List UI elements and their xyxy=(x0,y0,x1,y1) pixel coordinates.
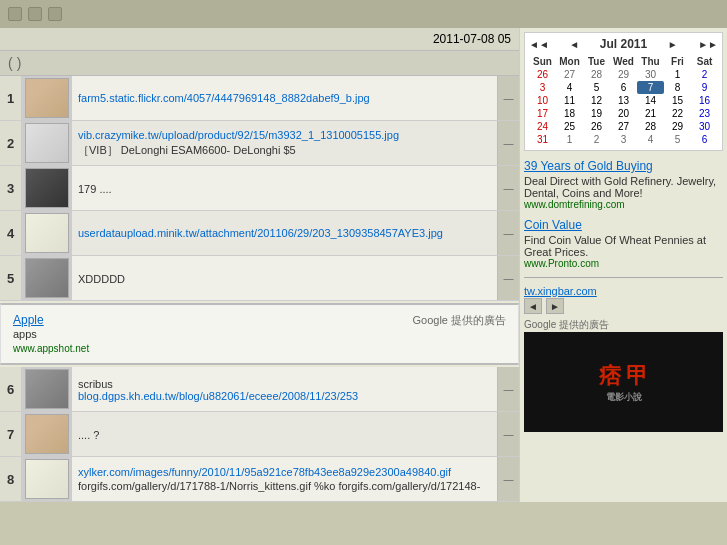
cal-header-mon: Mon xyxy=(556,55,583,68)
right-link-anchor[interactable]: tw.xingbar.com xyxy=(524,285,597,297)
item-desc: 179 .... xyxy=(78,183,491,195)
list-item: 2 vib.crazymike.tw/upload/product/92/15/… xyxy=(0,121,519,166)
cal-day[interactable]: 6 xyxy=(691,133,718,146)
cal-day[interactable]: 5 xyxy=(664,133,691,146)
thumb-image xyxy=(25,168,69,208)
cal-day[interactable]: 2 xyxy=(691,68,718,81)
cal-day[interactable]: 17 xyxy=(529,107,556,120)
item-url[interactable]: userdataupload.minik.tw/attachment/20110… xyxy=(78,227,491,239)
cal-day[interactable]: 25 xyxy=(556,120,583,133)
right-ad-2-desc: Find Coin Value Of Wheat Pennies at Grea… xyxy=(524,234,723,258)
cal-day[interactable]: 2 xyxy=(583,133,610,146)
cal-day[interactable]: 11 xyxy=(556,94,583,107)
cal-next-next-btn[interactable]: ►► xyxy=(698,39,718,50)
item-action-btn[interactable]: — xyxy=(497,256,519,300)
item-action-btn[interactable]: — xyxy=(497,76,519,120)
cal-day[interactable]: 8 xyxy=(664,81,691,94)
nav-prev-icon[interactable]: ( xyxy=(8,55,13,71)
list-item: 8 xylker.com/images/funny/2010/11/95a921… xyxy=(0,457,519,502)
cal-day[interactable]: 3 xyxy=(610,133,637,146)
cal-day[interactable]: 15 xyxy=(664,94,691,107)
cal-day[interactable]: 3 xyxy=(529,81,556,94)
chrome-btn-2[interactable] xyxy=(28,7,42,21)
cal-day[interactable]: 24 xyxy=(529,120,556,133)
cal-day[interactable]: 30 xyxy=(637,68,664,81)
item-url[interactable]: farm5.static.flickr.com/4057/4447969148_… xyxy=(78,92,491,104)
minus-icon: — xyxy=(504,474,514,485)
cal-day[interactable]: 6 xyxy=(610,81,637,94)
list-item: 5 XDDDDD — xyxy=(0,256,519,301)
cal-day[interactable]: 27 xyxy=(610,120,637,133)
right-ad-2-title[interactable]: Coin Value xyxy=(524,218,723,232)
item-action-btn[interactable]: — xyxy=(497,121,519,165)
cal-day[interactable]: 9 xyxy=(691,81,718,94)
ad-block: Apple apps www.appshot.net Google 提供的廣告 xyxy=(0,303,519,365)
item-content: farm5.static.flickr.com/4057/4447969148_… xyxy=(72,76,497,120)
cal-day[interactable]: 14 xyxy=(637,94,664,107)
cal-day[interactable]: 10 xyxy=(529,94,556,107)
right-ad-1-desc: Deal Direct with Gold Refinery. Jewelry,… xyxy=(524,175,723,199)
nav-next-icon[interactable]: ) xyxy=(17,55,22,71)
item-action-btn[interactable]: — xyxy=(497,457,519,501)
cal-day[interactable]: 26 xyxy=(529,68,556,81)
right-ad-1-title[interactable]: 39 Years of Gold Buying xyxy=(524,159,723,173)
cal-day[interactable]: 18 xyxy=(556,107,583,120)
item-number: 7 xyxy=(0,412,22,456)
item-number: 1 xyxy=(0,76,22,120)
cal-day[interactable]: 4 xyxy=(556,81,583,94)
cal-day[interactable]: 1 xyxy=(556,133,583,146)
cal-day[interactable]: 16 xyxy=(691,94,718,107)
item-thumb xyxy=(22,166,72,210)
ad-desc: apps xyxy=(13,328,37,340)
cal-day[interactable]: 26 xyxy=(583,120,610,133)
minus-icon: — xyxy=(504,93,514,104)
cal-day[interactable]: 7 xyxy=(637,81,664,94)
cal-day[interactable]: 12 xyxy=(583,94,610,107)
cal-day[interactable]: 29 xyxy=(664,120,691,133)
item-action-btn[interactable]: — xyxy=(497,367,519,411)
cal-next-btn[interactable]: ► xyxy=(668,39,678,50)
calendar-month: Jul 2011 xyxy=(600,37,647,51)
item-action-btn[interactable]: — xyxy=(497,166,519,210)
cal-day[interactable]: 1 xyxy=(664,68,691,81)
item-desc: XDDDDD xyxy=(78,273,491,285)
ad-link[interactable]: Apple xyxy=(13,313,44,327)
cal-day[interactable]: 27 xyxy=(556,68,583,81)
cal-day[interactable]: 30 xyxy=(691,120,718,133)
cal-day[interactable]: 20 xyxy=(610,107,637,120)
item-url[interactable]: xylker.com/images/funny/2010/11/95a921ce… xyxy=(78,466,491,478)
cal-header-fri: Fri xyxy=(664,55,691,68)
item-thumb xyxy=(22,457,72,501)
chrome-btn-3[interactable] xyxy=(48,7,62,21)
cal-prev-prev-btn[interactable]: ◄◄ xyxy=(529,39,549,50)
cal-day[interactable]: 19 xyxy=(583,107,610,120)
right-image-sub: 電影小說 xyxy=(599,391,649,404)
cal-day[interactable]: 22 xyxy=(664,107,691,120)
cal-day[interactable]: 21 xyxy=(637,107,664,120)
item-number: 5 xyxy=(0,256,22,300)
cal-header-sat: Sat xyxy=(691,55,718,68)
item-thumb xyxy=(22,211,72,255)
cal-day[interactable]: 5 xyxy=(583,81,610,94)
cal-day[interactable]: 4 xyxy=(637,133,664,146)
right-ad-next-btn[interactable]: ► xyxy=(546,298,564,314)
cal-day[interactable]: 23 xyxy=(691,107,718,120)
item-action-btn[interactable]: — xyxy=(497,211,519,255)
cal-day[interactable]: 13 xyxy=(610,94,637,107)
minus-icon: — xyxy=(504,138,514,149)
right-ad-nav: ◄ ► xyxy=(524,298,723,314)
right-google-label: Google 提供的廣告 xyxy=(524,318,723,332)
cal-day[interactable]: 28 xyxy=(583,68,610,81)
list-item: 6 scribus blog.dgps.kh.edu.tw/blog/u8820… xyxy=(0,367,519,412)
cal-day[interactable]: 31 xyxy=(529,133,556,146)
item-url[interactable]: blog.dgps.kh.edu.tw/blog/u882061/eceee/2… xyxy=(78,390,491,402)
right-ad-prev-btn[interactable]: ◄ xyxy=(524,298,542,314)
cal-header-tue: Tue xyxy=(583,55,610,68)
calendar-header: ◄◄ ◄ Jul 2011 ► ►► xyxy=(529,37,718,51)
item-url[interactable]: vib.crazymike.tw/upload/product/92/15/m3… xyxy=(78,129,491,141)
item-action-btn[interactable]: — xyxy=(497,412,519,456)
cal-day[interactable]: 28 xyxy=(637,120,664,133)
cal-day[interactable]: 29 xyxy=(610,68,637,81)
chrome-btn-1[interactable] xyxy=(8,7,22,21)
cal-prev-btn[interactable]: ◄ xyxy=(569,39,579,50)
